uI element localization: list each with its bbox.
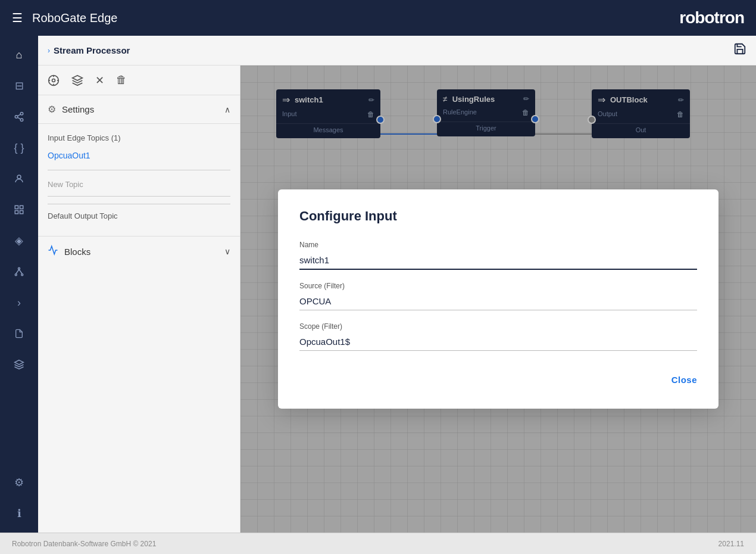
footer-bar: Robotron Datenbank-Software GmbH © 2021 … <box>0 533 756 554</box>
save-button[interactable] <box>733 42 746 59</box>
modal-scope-input[interactable] <box>299 333 697 351</box>
toolbar-target-icon[interactable] <box>48 74 60 86</box>
default-output-label: Default Output Topic <box>48 211 230 220</box>
modal-scope-field: Scope (Filter) <box>299 322 697 351</box>
sidebar-item-diamond[interactable]: ◈ <box>6 228 32 254</box>
modal-close-button[interactable]: Close <box>671 370 697 390</box>
sidebar-item-code[interactable]: { } <box>6 135 32 161</box>
sidebar-item-share[interactable] <box>6 104 32 130</box>
input-edge-topics-label: Input Edge Topics (1) <box>48 133 230 142</box>
svg-line-14 <box>19 269 22 274</box>
svg-rect-7 <box>20 206 23 208</box>
settings-gear-icon: ⚙ <box>48 104 56 115</box>
modal-overlay: Configure Input Name Source (Filter) Sco… <box>240 66 756 533</box>
menu-icon[interactable]: ☰ <box>12 11 23 25</box>
svg-marker-15 <box>15 360 24 365</box>
sidebar-item-sliders[interactable]: ⊟ <box>6 73 32 99</box>
settings-label: Settings <box>62 104 94 114</box>
modal-scope-label: Scope (Filter) <box>299 322 697 331</box>
panel-divider <box>48 170 230 170</box>
topbar: ☰ RoboGate Edge robotron <box>0 0 756 36</box>
svg-point-11 <box>15 274 17 276</box>
modal-name-field: Name <box>299 241 697 270</box>
toolbar-layers-icon[interactable] <box>71 74 83 86</box>
svg-point-2 <box>20 119 23 122</box>
modal-name-label: Name <box>299 241 697 249</box>
modal-source-field: Source (Filter) <box>299 282 697 310</box>
settings-section-header[interactable]: ⚙ Settings ∧ <box>38 95 240 124</box>
sidebar-item-grid[interactable] <box>6 197 32 223</box>
sidebar-item-nodes[interactable] <box>6 259 32 285</box>
blocks-label: Blocks <box>64 247 90 257</box>
opcua-out1-link[interactable]: OpcuaOut1 <box>48 148 230 163</box>
svg-point-12 <box>21 274 23 276</box>
svg-line-3 <box>17 117 20 119</box>
app-logo: robotron <box>679 8 744 27</box>
sidebar-item-file[interactable] <box>6 320 32 347</box>
footer-copyright: Robotron Datenbank-Software GmbH © 2021 <box>12 540 156 548</box>
new-topic-placeholder[interactable]: New Topic <box>48 178 230 197</box>
svg-rect-9 <box>20 211 23 214</box>
svg-rect-8 <box>15 211 18 214</box>
blocks-section-header[interactable]: Blocks ∨ <box>38 236 240 266</box>
sidebar-item-chevron-right[interactable]: › <box>6 290 32 316</box>
svg-rect-6 <box>15 206 18 208</box>
panel-content: Input Edge Topics (1) OpcuaOut1 New Topi… <box>38 124 240 236</box>
svg-point-5 <box>17 175 21 179</box>
svg-marker-22 <box>73 75 83 80</box>
toolbar-close-icon[interactable]: ✕ <box>95 74 104 87</box>
footer-version: 2021.11 <box>718 540 744 548</box>
breadcrumb-bar: › Stream Processor <box>38 36 756 66</box>
modal-title: Configure Input <box>299 208 697 224</box>
panel-divider-2 <box>48 204 230 204</box>
sidebar-item-info[interactable]: ℹ <box>6 500 32 527</box>
left-panel: ✕ 🗑 ⚙ Settings ∧ Input Edge Topics (1) O… <box>38 66 240 533</box>
blocks-chevron-icon: ∨ <box>224 247 230 256</box>
modal-name-input[interactable] <box>299 251 697 270</box>
main-layout: ⌂ ⊟ { } ◈ › ⚙ ℹ › Stream Processor <box>0 36 756 533</box>
breadcrumb-label: Stream Processor <box>54 45 130 55</box>
sidebar-item-home[interactable]: ⌂ <box>6 42 32 68</box>
app-title: RoboGate Edge <box>32 11 117 25</box>
svg-point-0 <box>20 113 23 116</box>
modal-footer: Close <box>299 370 697 390</box>
svg-line-13 <box>16 269 19 274</box>
toolbar-delete-icon[interactable]: 🗑 <box>116 74 127 86</box>
settings-chevron-icon: ∧ <box>224 105 230 114</box>
configure-input-modal: Configure Input Name Source (Filter) Sco… <box>278 189 718 409</box>
svg-point-1 <box>15 116 18 119</box>
sidebar-item-user[interactable] <box>6 166 32 192</box>
modal-source-label: Source (Filter) <box>299 282 697 290</box>
sidebar-item-layers[interactable] <box>6 351 32 378</box>
svg-line-4 <box>17 114 20 116</box>
modal-source-input[interactable] <box>299 292 697 310</box>
breadcrumb-chevron-icon: › <box>48 46 50 55</box>
canvas-area[interactable]: ⇒ switch1 ✏ Input 🗑 Messages <box>240 66 756 533</box>
sidebar-item-gear[interactable]: ⚙ <box>6 469 32 496</box>
sidebar-icons: ⌂ ⊟ { } ◈ › ⚙ ℹ <box>0 36 38 533</box>
svg-point-10 <box>18 267 20 269</box>
toolbar: ✕ 🗑 <box>38 66 240 95</box>
blocks-chart-icon <box>48 245 58 258</box>
svg-point-17 <box>52 79 55 82</box>
